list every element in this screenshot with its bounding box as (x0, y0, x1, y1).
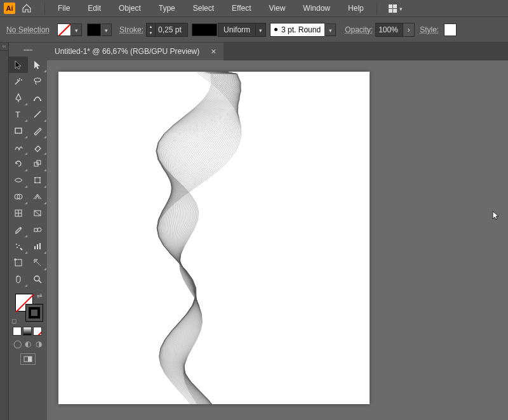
tool-magic-wand[interactable] (9, 73, 28, 89)
stroke-swatch[interactable] (87, 23, 101, 36)
color-gradient[interactable] (23, 327, 32, 336)
chevron-down-icon (329, 25, 332, 34)
tool-scale[interactable] (28, 155, 47, 172)
draw-mode-row: ◯ ◐ ◑ (9, 337, 47, 351)
tool-hand[interactable] (9, 271, 28, 287)
menu-type[interactable]: Type (150, 0, 184, 17)
stroke-dropdown[interactable] (102, 23, 112, 36)
svg-point-24 (18, 245, 20, 246)
brush-definition[interactable]: 3 pt. Round (270, 23, 325, 37)
tool-mesh[interactable] (9, 205, 28, 221)
screen-mode-button[interactable] (20, 353, 36, 365)
fill-dropdown[interactable] (72, 23, 82, 36)
fill-swatch[interactable] (57, 23, 71, 36)
svg-point-23 (16, 244, 17, 245)
opacity-more[interactable] (403, 23, 415, 37)
tool-artboard[interactable] (9, 254, 28, 271)
tool-shape-builder[interactable] (9, 188, 28, 205)
svg-point-25 (17, 247, 18, 248)
graphic-style-swatch[interactable] (444, 23, 457, 36)
menu-effect[interactable]: Effect (223, 0, 260, 17)
tool-column-graph[interactable] (28, 238, 47, 254)
color-white[interactable] (13, 327, 22, 336)
artboard (58, 72, 370, 404)
svg-point-1 (34, 78, 41, 82)
toolbar-grip[interactable]: ┄┄ (9, 46, 47, 54)
tool-gradient[interactable] (28, 205, 47, 221)
tool-symbol-sprayer[interactable] (9, 238, 28, 254)
step-down[interactable]: ▼ (147, 30, 155, 36)
tool-pen[interactable] (9, 89, 28, 106)
menu-help[interactable]: Help (339, 0, 373, 17)
tool-rectangle[interactable] (9, 122, 28, 139)
svg-line-33 (39, 280, 41, 283)
svg-point-10 (34, 177, 36, 178)
tool-eraser[interactable] (28, 139, 47, 155)
stroke-weight-input[interactable] (156, 23, 187, 36)
color-mode-row (9, 325, 47, 337)
svg-line-20 (34, 211, 41, 216)
draw-normal[interactable]: ◯ (13, 339, 22, 348)
brush-label: 3 pt. Round (281, 25, 321, 34)
stroke-weight-stepper[interactable]: ▲ ▼ (146, 23, 188, 37)
tool-perspective-grid[interactable] (28, 188, 47, 205)
toolbar: ┄┄ T (9, 43, 47, 420)
home-button[interactable] (19, 1, 34, 15)
menu-window[interactable]: Window (294, 0, 339, 17)
document-tabbar: Untitled-1* @ 66,67% (RGB/GPU Preview) × (47, 43, 508, 60)
step-up[interactable]: ▲ (147, 23, 155, 30)
brush-dropdown[interactable] (326, 23, 336, 36)
draw-inside[interactable]: ◑ (34, 339, 43, 348)
menu-select[interactable]: Select (184, 0, 223, 17)
profile-value: Uniform (218, 25, 255, 34)
arrange-documents-button[interactable] (386, 4, 405, 13)
color-none[interactable] (33, 327, 42, 336)
tool-type[interactable]: T (9, 106, 28, 122)
fill-stroke-indicator[interactable]: ⇄ ◻ (9, 291, 47, 325)
stroke-label[interactable]: Stroke: (119, 25, 144, 34)
svg-rect-21 (34, 228, 37, 232)
menu-view[interactable]: View (260, 0, 295, 17)
tool-free-transform[interactable] (28, 172, 47, 188)
menu-file[interactable]: File (49, 0, 79, 17)
style-label[interactable]: Style: (420, 25, 439, 34)
tool-slice[interactable] (28, 254, 47, 271)
chevron-down-icon (75, 25, 78, 34)
tab-close-button[interactable]: × (211, 46, 216, 56)
opacity-input[interactable] (375, 23, 403, 37)
tool-lasso[interactable] (28, 73, 47, 89)
tool-width[interactable] (9, 172, 28, 188)
default-fill-stroke[interactable]: ◻ (11, 317, 17, 324)
tool-blend[interactable] (28, 221, 47, 238)
svg-text:T: T (15, 110, 20, 119)
tool-eyedropper[interactable] (9, 221, 28, 238)
profile-select[interactable]: Uniform (218, 23, 266, 37)
swap-fill-stroke[interactable]: ⇄ (37, 292, 42, 299)
svg-rect-9 (35, 178, 40, 183)
tool-curvature[interactable] (28, 89, 47, 106)
tool-direct-selection[interactable] (28, 56, 47, 73)
svg-rect-29 (15, 259, 22, 266)
svg-rect-35 (28, 357, 32, 362)
tool-selection[interactable] (9, 56, 28, 73)
stroke-color[interactable] (25, 304, 43, 322)
panel-collapse-toggle[interactable]: ‹‹ (0, 43, 8, 51)
chevron-down-icon[interactable] (255, 23, 265, 36)
variable-width-profile[interactable] (192, 23, 217, 36)
svg-point-22 (37, 228, 41, 232)
canvas[interactable] (47, 60, 508, 420)
app-logo: Ai (4, 3, 15, 14)
menu-edit[interactable]: Edit (79, 0, 110, 17)
svg-point-2 (34, 100, 35, 101)
tool-line-segment[interactable] (28, 106, 47, 122)
opacity-label[interactable]: Opacity: (345, 25, 373, 34)
tool-shaper[interactable] (9, 139, 28, 155)
draw-behind[interactable]: ◐ (23, 339, 32, 348)
svg-rect-6 (15, 128, 22, 133)
chevron-down-icon (399, 4, 403, 13)
tool-paintbrush[interactable] (28, 122, 47, 139)
tool-zoom[interactable] (28, 271, 47, 287)
menu-object[interactable]: Object (110, 0, 150, 17)
document-tab[interactable]: Untitled-1* @ 66,67% (RGB/GPU Preview) × (47, 43, 224, 60)
tool-rotate[interactable] (9, 155, 28, 172)
